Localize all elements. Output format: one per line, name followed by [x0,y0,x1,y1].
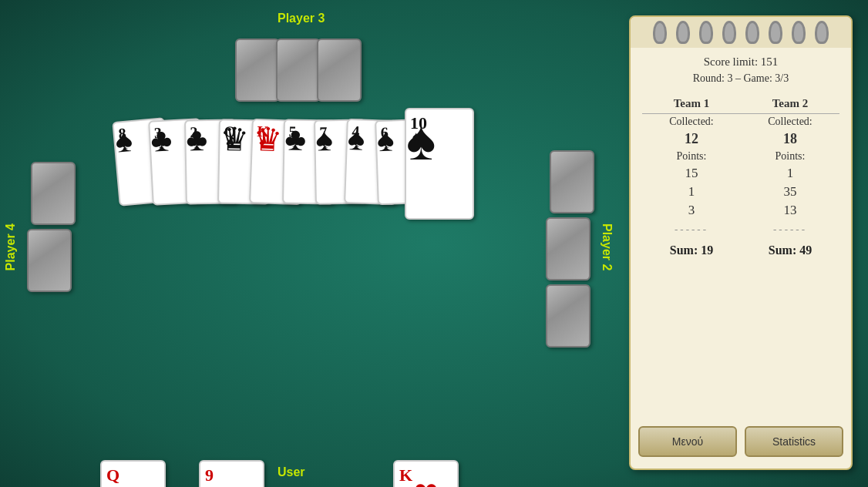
scoreboard: Score limit: 151 Round: 3 – Game: 3/3 Te… [629,15,853,470]
team1-points-3: 3 [642,201,741,220]
team2-points-2: 35 [741,183,839,201]
team1-dashes: ------ [642,220,741,237]
team1-collected-label: Collected: [642,114,741,130]
player3-card-1 [235,39,280,102]
spiral-ring-3 [699,21,713,44]
player4-card-2 [27,229,72,292]
game-table: Player 3 Player 4 Player 2 User 8 ♠ ♠ 3 … [0,0,868,487]
team2-sum: Sum: 49 [741,237,839,259]
player2-card-3 [546,284,590,348]
player3-hand [235,39,362,102]
player2-hand [550,150,594,348]
team2-points-1: 1 [741,164,839,183]
player2-card-2 [546,217,590,280]
spiral-ring-4 [722,21,736,44]
team2-points-3: 13 [741,201,839,220]
round-info: Round: 3 – Game: 3/3 [642,72,839,85]
spiral-ring-8 [815,21,829,44]
team1-header: Team 1 [642,94,741,114]
spiral-ring-5 [745,21,759,44]
player4-label: Player 4 [4,223,18,270]
team1-points-1: 15 [642,164,741,183]
menu-button[interactable]: Μενού [638,426,737,457]
spiral-ring-1 [653,21,667,44]
player2-card-1 [550,150,594,213]
team1-collected-value: 12 [642,129,741,149]
spiral-ring-6 [769,21,782,44]
player3-card-3 [317,39,362,102]
team2-header: Team 2 [741,94,839,114]
team2-dashes: ------ [741,220,839,237]
scoreboard-content: Score limit: 151 Round: 3 – Game: 3/3 Te… [631,48,851,267]
team2-collected-label: Collected: [741,114,839,130]
player3-label: Player 3 [278,12,325,25]
score-limit: Score limit: 151 [642,55,839,69]
team2-collected-value: 18 [741,129,839,149]
statistics-button[interactable]: Statistics [745,426,843,457]
team1-points-label: Points: [642,149,741,164]
player3-card-2 [276,39,321,102]
player4-hand [31,162,76,292]
team1-sum: Sum: 19 [642,237,741,259]
score-table: Team 1 Team 2 Collected: Collected: 12 1… [642,94,839,259]
spiral-ring-7 [792,21,806,44]
scoreboard-spiral [631,17,851,48]
player4-card-1 [31,162,76,225]
spiral-ring-2 [676,21,690,44]
team1-points-2: 1 [642,183,741,201]
user-label: User [278,465,305,479]
team2-points-label: Points: [741,149,839,164]
player2-label: Player 2 [600,223,614,270]
scoreboard-buttons: Μενού Statistics [638,426,843,457]
